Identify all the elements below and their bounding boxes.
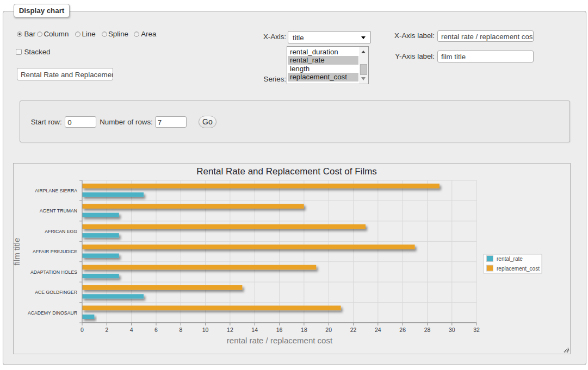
svg-text:AFRICAN EGG: AFRICAN EGG (45, 229, 77, 234)
svg-text:AFFAIR PREJUDICE: AFFAIR PREJUDICE (33, 249, 77, 254)
svg-text:ACADEMY DINOSAUR: ACADEMY DINOSAUR (28, 310, 77, 316)
svg-text:30: 30 (449, 327, 455, 333)
svg-text:2: 2 (105, 327, 108, 333)
svg-text:rental rate / replacement cost: rental rate / replacement cost (227, 336, 333, 345)
svg-text:6: 6 (154, 327, 158, 333)
svg-text:ACE GOLDFINGER: ACE GOLDFINGER (35, 290, 77, 295)
svg-text:4: 4 (130, 327, 133, 333)
svg-text:22: 22 (350, 327, 357, 333)
svg-text:32: 32 (473, 327, 480, 333)
svg-text:14: 14 (251, 327, 258, 333)
svg-text:24: 24 (375, 327, 381, 333)
svg-text:Rental Rate and Replacement Co: Rental Rate and Replacement Cost of Film… (196, 166, 377, 177)
svg-text:AGENT TRUMAN: AGENT TRUMAN (40, 208, 77, 214)
svg-text:26: 26 (399, 327, 406, 333)
svg-text:20: 20 (325, 327, 332, 333)
svg-text:ADAPTATION HOLES: ADAPTATION HOLES (30, 269, 77, 275)
svg-text:0: 0 (81, 327, 84, 333)
svg-text:12: 12 (227, 327, 233, 333)
svg-text:replacement_cost: replacement_cost (497, 266, 540, 272)
svg-text:16: 16 (276, 327, 283, 333)
svg-text:18: 18 (301, 327, 307, 333)
svg-text:AIRPLANE SIERRA: AIRPLANE SIERRA (35, 188, 77, 193)
svg-text:8: 8 (179, 327, 182, 333)
svg-text:rental_rate: rental_rate (497, 256, 523, 262)
svg-text:film title: film title (14, 238, 21, 266)
svg-text:28: 28 (424, 327, 431, 333)
svg-text:10: 10 (202, 327, 209, 333)
